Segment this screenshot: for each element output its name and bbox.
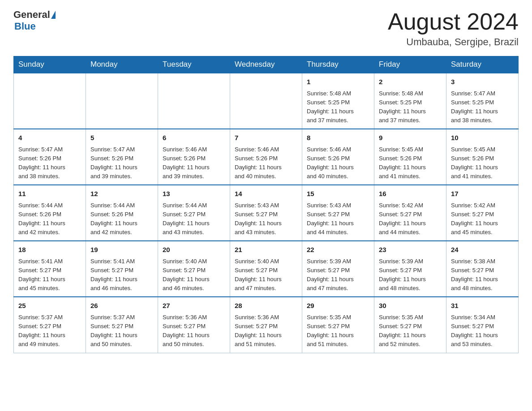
day-info: Sunrise: 5:46 AMSunset: 5:26 PMDaylight:… xyxy=(235,145,297,181)
day-cell: 12Sunrise: 5:44 AMSunset: 5:26 PMDayligh… xyxy=(86,185,158,241)
day-cell: 18Sunrise: 5:41 AMSunset: 5:27 PMDayligh… xyxy=(14,241,86,297)
day-cell: 6Sunrise: 5:46 AMSunset: 5:26 PMDaylight… xyxy=(158,129,230,185)
day-cell: 27Sunrise: 5:36 AMSunset: 5:27 PMDayligh… xyxy=(158,297,230,353)
day-number: 21 xyxy=(235,245,297,255)
logo-triangle-icon xyxy=(51,11,56,19)
day-cell: 30Sunrise: 5:35 AMSunset: 5:27 PMDayligh… xyxy=(374,297,446,353)
day-header-thursday: Thursday xyxy=(302,56,374,73)
day-info: Sunrise: 5:42 AMSunset: 5:27 PMDaylight:… xyxy=(379,201,442,237)
logo-blue-text: Blue xyxy=(14,21,36,32)
day-number: 14 xyxy=(235,189,297,199)
day-cell: 5Sunrise: 5:47 AMSunset: 5:26 PMDaylight… xyxy=(86,129,158,185)
location-title: Umbauba, Sergipe, Brazil xyxy=(388,36,519,48)
day-cell: 11Sunrise: 5:44 AMSunset: 5:26 PMDayligh… xyxy=(14,185,86,241)
day-number: 17 xyxy=(451,189,514,199)
day-number: 29 xyxy=(307,301,369,311)
day-cell: 7Sunrise: 5:46 AMSunset: 5:26 PMDaylight… xyxy=(230,129,302,185)
day-info: Sunrise: 5:45 AMSunset: 5:26 PMDaylight:… xyxy=(379,145,442,181)
day-number: 22 xyxy=(307,245,369,255)
logo-general-text: General xyxy=(13,9,50,21)
day-info: Sunrise: 5:46 AMSunset: 5:26 PMDaylight:… xyxy=(307,145,369,181)
day-number: 25 xyxy=(18,301,81,311)
day-cell: 14Sunrise: 5:43 AMSunset: 5:27 PMDayligh… xyxy=(230,185,302,241)
day-cell: 1Sunrise: 5:48 AMSunset: 5:25 PMDaylight… xyxy=(302,73,374,129)
day-info: Sunrise: 5:36 AMSunset: 5:27 PMDaylight:… xyxy=(163,313,225,349)
day-header-friday: Friday xyxy=(374,56,446,73)
day-number: 20 xyxy=(163,245,225,255)
day-info: Sunrise: 5:35 AMSunset: 5:27 PMDaylight:… xyxy=(379,313,442,349)
day-cell: 16Sunrise: 5:42 AMSunset: 5:27 PMDayligh… xyxy=(374,185,446,241)
page-header: General Blue August 2024 Umbauba, Sergip… xyxy=(13,9,519,48)
day-cell: 3Sunrise: 5:47 AMSunset: 5:25 PMDaylight… xyxy=(446,73,519,129)
week-row-3: 11Sunrise: 5:44 AMSunset: 5:26 PMDayligh… xyxy=(14,185,519,241)
day-number: 19 xyxy=(90,245,153,255)
day-number: 15 xyxy=(307,189,369,199)
day-cell: 4Sunrise: 5:47 AMSunset: 5:26 PMDaylight… xyxy=(14,129,86,185)
day-info: Sunrise: 5:47 AMSunset: 5:25 PMDaylight:… xyxy=(451,89,514,125)
day-cell: 2Sunrise: 5:48 AMSunset: 5:25 PMDaylight… xyxy=(374,73,446,129)
day-cell xyxy=(86,73,158,129)
day-number: 16 xyxy=(379,189,442,199)
logo: General Blue xyxy=(13,9,56,32)
day-number: 9 xyxy=(379,133,442,143)
week-row-4: 18Sunrise: 5:41 AMSunset: 5:27 PMDayligh… xyxy=(14,241,519,297)
day-number: 8 xyxy=(307,133,369,143)
day-info: Sunrise: 5:40 AMSunset: 5:27 PMDaylight:… xyxy=(163,257,225,293)
day-header-sunday: Sunday xyxy=(14,56,86,73)
day-number: 13 xyxy=(163,189,225,199)
day-info: Sunrise: 5:44 AMSunset: 5:26 PMDaylight:… xyxy=(18,201,81,237)
day-number: 12 xyxy=(90,189,153,199)
day-info: Sunrise: 5:34 AMSunset: 5:27 PMDaylight:… xyxy=(451,313,514,349)
day-number: 1 xyxy=(307,77,369,87)
day-cell: 19Sunrise: 5:41 AMSunset: 5:27 PMDayligh… xyxy=(86,241,158,297)
day-number: 7 xyxy=(235,133,297,143)
day-number: 11 xyxy=(18,189,81,199)
day-number: 23 xyxy=(379,245,442,255)
day-info: Sunrise: 5:47 AMSunset: 5:26 PMDaylight:… xyxy=(18,145,81,181)
week-row-1: 1Sunrise: 5:48 AMSunset: 5:25 PMDaylight… xyxy=(14,73,519,129)
day-cell: 9Sunrise: 5:45 AMSunset: 5:26 PMDaylight… xyxy=(374,129,446,185)
week-row-5: 25Sunrise: 5:37 AMSunset: 5:27 PMDayligh… xyxy=(14,297,519,353)
day-info: Sunrise: 5:39 AMSunset: 5:27 PMDaylight:… xyxy=(307,257,369,293)
day-info: Sunrise: 5:45 AMSunset: 5:26 PMDaylight:… xyxy=(451,145,514,181)
day-number: 5 xyxy=(90,133,153,143)
day-header-wednesday: Wednesday xyxy=(230,56,302,73)
day-cell: 23Sunrise: 5:39 AMSunset: 5:27 PMDayligh… xyxy=(374,241,446,297)
day-info: Sunrise: 5:37 AMSunset: 5:27 PMDaylight:… xyxy=(18,313,81,349)
day-cell: 22Sunrise: 5:39 AMSunset: 5:27 PMDayligh… xyxy=(302,241,374,297)
day-info: Sunrise: 5:36 AMSunset: 5:27 PMDaylight:… xyxy=(235,313,297,349)
day-cell: 24Sunrise: 5:38 AMSunset: 5:27 PMDayligh… xyxy=(446,241,519,297)
day-number: 6 xyxy=(163,133,225,143)
day-info: Sunrise: 5:44 AMSunset: 5:27 PMDaylight:… xyxy=(163,201,225,237)
day-info: Sunrise: 5:41 AMSunset: 5:27 PMDaylight:… xyxy=(90,257,153,293)
day-info: Sunrise: 5:39 AMSunset: 5:27 PMDaylight:… xyxy=(379,257,442,293)
day-number: 10 xyxy=(451,133,514,143)
day-cell: 26Sunrise: 5:37 AMSunset: 5:27 PMDayligh… xyxy=(86,297,158,353)
day-cell: 28Sunrise: 5:36 AMSunset: 5:27 PMDayligh… xyxy=(230,297,302,353)
day-cell: 29Sunrise: 5:35 AMSunset: 5:27 PMDayligh… xyxy=(302,297,374,353)
day-info: Sunrise: 5:43 AMSunset: 5:27 PMDaylight:… xyxy=(235,201,297,237)
day-number: 24 xyxy=(451,245,514,255)
day-number: 31 xyxy=(451,301,514,311)
day-cell: 8Sunrise: 5:46 AMSunset: 5:26 PMDaylight… xyxy=(302,129,374,185)
day-header-saturday: Saturday xyxy=(446,56,519,73)
day-cell: 13Sunrise: 5:44 AMSunset: 5:27 PMDayligh… xyxy=(158,185,230,241)
day-info: Sunrise: 5:35 AMSunset: 5:27 PMDaylight:… xyxy=(307,313,369,349)
title-block: August 2024 Umbauba, Sergipe, Brazil xyxy=(388,9,519,48)
day-info: Sunrise: 5:37 AMSunset: 5:27 PMDaylight:… xyxy=(90,313,153,349)
day-cell: 17Sunrise: 5:42 AMSunset: 5:27 PMDayligh… xyxy=(446,185,519,241)
day-info: Sunrise: 5:46 AMSunset: 5:26 PMDaylight:… xyxy=(163,145,225,181)
day-number: 18 xyxy=(18,245,81,255)
day-info: Sunrise: 5:38 AMSunset: 5:27 PMDaylight:… xyxy=(451,257,514,293)
day-cell: 25Sunrise: 5:37 AMSunset: 5:27 PMDayligh… xyxy=(14,297,86,353)
days-header-row: SundayMondayTuesdayWednesdayThursdayFrid… xyxy=(14,56,519,73)
day-info: Sunrise: 5:48 AMSunset: 5:25 PMDaylight:… xyxy=(307,89,369,125)
day-number: 30 xyxy=(379,301,442,311)
day-number: 4 xyxy=(18,133,81,143)
day-info: Sunrise: 5:41 AMSunset: 5:27 PMDaylight:… xyxy=(18,257,81,293)
day-info: Sunrise: 5:47 AMSunset: 5:26 PMDaylight:… xyxy=(90,145,153,181)
day-cell: 15Sunrise: 5:43 AMSunset: 5:27 PMDayligh… xyxy=(302,185,374,241)
day-cell: 31Sunrise: 5:34 AMSunset: 5:27 PMDayligh… xyxy=(446,297,519,353)
day-cell xyxy=(158,73,230,129)
day-header-monday: Monday xyxy=(86,56,158,73)
